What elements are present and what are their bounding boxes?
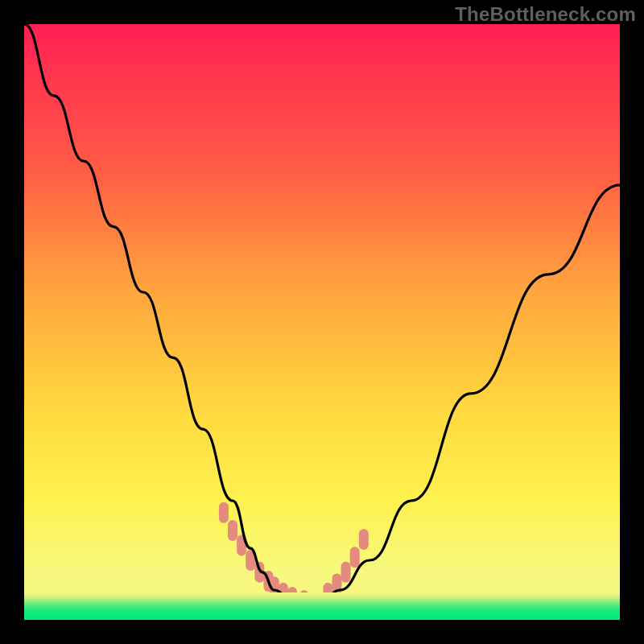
chart-frame: TheBottleneck.com	[0, 0, 644, 644]
threshold-marker	[219, 502, 229, 523]
gradient-background	[24, 24, 620, 620]
threshold-marker	[350, 547, 360, 568]
green-gradient-band	[24, 592, 620, 620]
watermark-text: TheBottleneck.com	[455, 3, 636, 26]
threshold-marker	[228, 520, 237, 541]
threshold-marker	[359, 529, 369, 550]
threshold-marker	[341, 562, 351, 583]
plot-area	[24, 24, 620, 620]
plot-svg	[24, 24, 620, 620]
